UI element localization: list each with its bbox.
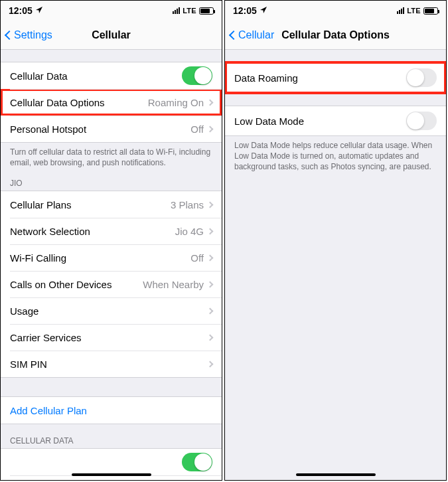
row-label: Wi-Fi Calling	[10, 252, 190, 264]
status-bar: 12:05 LTE	[1, 1, 222, 21]
home-indicator[interactable]	[296, 473, 376, 476]
row-app-toggle-unnamed[interactable]	[1, 449, 222, 475]
home-indicator[interactable]	[72, 473, 151, 476]
footer-text: Low Data Mode helps reduce cellular data…	[225, 136, 446, 175]
row-label: Cellular Data	[10, 70, 182, 82]
phone-right: 12:05 LTE Cellular Cellular Data Options…	[224, 0, 447, 481]
location-icon	[35, 5, 43, 16]
row-label: Usage	[10, 305, 208, 317]
back-label: Settings	[14, 29, 52, 41]
row-calls-other-devices[interactable]: Calls on Other Devices When Nearby	[1, 271, 222, 297]
row-label: Network Selection	[10, 226, 175, 237]
battery-icon	[199, 7, 214, 15]
signal-icon	[397, 7, 404, 14]
section-header-cellular-data: CELLULAR DATA	[1, 424, 222, 448]
toggle-data-roaming[interactable]	[406, 68, 437, 87]
chevron-right-icon	[207, 99, 214, 106]
status-time: 12:05	[233, 5, 257, 16]
back-label: Cellular	[238, 29, 274, 41]
row-app-instagram[interactable]: Instagram 10.6 GB	[1, 475, 222, 480]
location-icon	[260, 5, 267, 16]
row-low-data-mode[interactable]: Low Data Mode	[225, 106, 446, 135]
footer-text: Turn off cellular data to restrict all d…	[1, 143, 222, 171]
row-value: When Nearby	[143, 279, 204, 290]
status-time: 12:05	[9, 5, 33, 16]
signal-icon	[173, 7, 180, 14]
row-label: Carrier Services	[10, 332, 208, 343]
row-cellular-data[interactable]: Cellular Data	[1, 62, 222, 89]
row-add-cellular-plan[interactable]: Add Cellular Plan	[1, 397, 222, 424]
chevron-right-icon	[207, 125, 214, 132]
row-label: Low Data Mode	[234, 116, 406, 127]
status-bar: 12:05 LTE	[225, 1, 446, 21]
row-label: Cellular Data Options	[10, 97, 148, 108]
battery-icon	[423, 7, 438, 15]
back-button[interactable]: Cellular	[230, 29, 274, 41]
row-personal-hotspot[interactable]: Personal Hotspot Off	[1, 116, 222, 142]
row-label: Calls on Other Devices	[10, 279, 143, 290]
row-label: SIM PIN	[10, 359, 208, 370]
row-carrier-services[interactable]: Carrier Services	[1, 324, 222, 351]
chevron-right-icon	[207, 307, 214, 314]
row-wifi-calling[interactable]: Wi-Fi Calling Off	[1, 244, 222, 271]
row-label: Personal Hotspot	[10, 123, 190, 135]
network-label: LTE	[407, 7, 421, 15]
row-value: Roaming On	[148, 97, 204, 108]
phone-left: 12:05 LTE Settings Cellular Cellular Dat…	[0, 0, 222, 481]
row-value: Off	[190, 252, 204, 264]
row-value: Off	[190, 123, 204, 135]
chevron-right-icon	[207, 201, 214, 208]
nav-bar: Cellular Cellular Data Options	[225, 21, 446, 50]
section-header: JIO	[1, 171, 222, 191]
chevron-right-icon	[207, 228, 214, 234]
toggle-cellular-data[interactable]	[182, 66, 212, 85]
row-value: Jio 4G	[175, 226, 204, 237]
row-value: 3 Plans	[171, 199, 204, 210]
chevron-left-icon	[229, 30, 238, 39]
toggle-app[interactable]	[182, 453, 212, 471]
nav-bar: Settings Cellular	[1, 21, 222, 50]
row-sim-pin[interactable]: SIM PIN	[1, 351, 222, 377]
row-label: Cellular Plans	[10, 199, 171, 210]
chevron-right-icon	[207, 254, 214, 261]
chevron-right-icon	[207, 361, 214, 367]
chevron-left-icon	[5, 30, 14, 39]
row-usage[interactable]: Usage	[1, 297, 222, 324]
chevron-right-icon	[207, 334, 214, 341]
row-network-selection[interactable]: Network Selection Jio 4G	[1, 218, 222, 244]
chevron-right-icon	[207, 281, 214, 287]
row-label: Data Roaming	[234, 72, 406, 84]
network-label: LTE	[183, 7, 196, 15]
row-data-roaming[interactable]: Data Roaming	[225, 62, 446, 93]
row-cellular-plans[interactable]: Cellular Plans 3 Plans	[1, 191, 222, 218]
toggle-low-data-mode[interactable]	[406, 112, 437, 130]
row-cellular-data-options[interactable]: Cellular Data Options Roaming On	[1, 89, 222, 116]
back-button[interactable]: Settings	[6, 29, 52, 41]
row-label: Add Cellular Plan	[10, 405, 212, 416]
